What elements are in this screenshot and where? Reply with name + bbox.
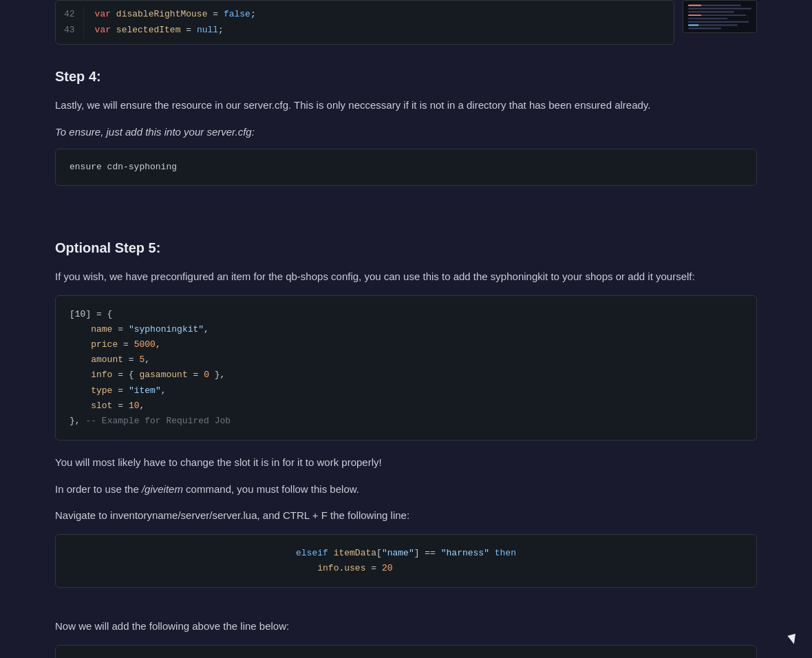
step5-body2: You will most likely have to change the …: [55, 454, 757, 471]
step5-heading: Optional Step 5:: [55, 237, 757, 259]
svg-rect-3: [688, 11, 734, 12]
svg-rect-11: [688, 25, 698, 26]
step5-code-block3: elseif itemData["name"] == "syphoningkit…: [55, 645, 757, 658]
step5-body4: Navigate to inventoryname/server/server.…: [55, 507, 757, 524]
svg-rect-10: [688, 14, 701, 16]
thumbnail: [683, 0, 757, 33]
step4-italic: To ensure, just add this into your serve…: [55, 124, 757, 140]
step5-code-content: [10] = { name = "syphoningkit", price = …: [70, 307, 742, 429]
step5-code-block2: elseif itemData["name"] == "harness" the…: [55, 534, 757, 588]
svg-rect-9: [688, 5, 701, 6]
svg-rect-6: [688, 21, 749, 23]
step5-code-block1: [10] = { name = "syphoningkit", price = …: [55, 295, 757, 441]
top-code-section: 42 43 var disableRightMouse = false; var…: [55, 0, 757, 45]
step4-body1: Lastly, we will ensure the resource in o…: [55, 97, 757, 114]
svg-rect-5: [688, 18, 728, 19]
code-content: var disableRightMouse = false; var selec…: [84, 6, 674, 39]
top-code-block: 42 43 var disableRightMouse = false; var…: [55, 0, 674, 45]
step4-code-block: ensure cdn-syphoning: [55, 149, 757, 187]
step4-section: Step 4: Lastly, we will ensure the resou…: [55, 65, 757, 187]
cursor-arrow-icon: [787, 634, 798, 646]
step5-body1: If you wish, we have preconfigured an it…: [55, 268, 757, 286]
thumbnail-image: [683, 1, 756, 32]
line-numbers: 42 43: [56, 6, 84, 39]
step5-code2-content: elseif itemData["name"] == "harness" the…: [296, 546, 516, 576]
svg-rect-8: [688, 28, 721, 29]
step5-section: Optional Step 5: If you wish, we have pr…: [55, 237, 757, 658]
step5-body3: In order to use the /giveitem command, y…: [55, 481, 757, 498]
mouse-cursor: [789, 635, 797, 647]
step5-body5: Now we will add the following above the …: [55, 618, 757, 635]
svg-rect-2: [688, 8, 751, 10]
step4-code: ensure cdn-syphoning: [70, 162, 177, 172]
giveitem-italic: /giveitem: [142, 483, 183, 495]
step4-heading: Step 4:: [55, 65, 757, 87]
